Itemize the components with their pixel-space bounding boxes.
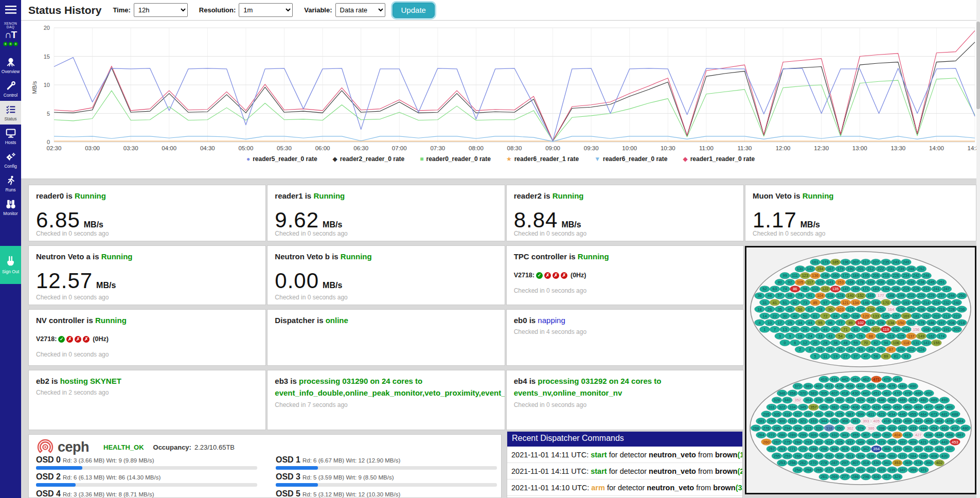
- osd-row-osd-4: OSD 4Rd: 3 (3.36 MB) Wrt: 8 (8.71 MB/s): [36, 489, 257, 498]
- svg-text:39: 39: [813, 327, 817, 332]
- svg-text:341: 341: [884, 460, 890, 465]
- y-tick-label: 5: [47, 111, 50, 117]
- svg-text:171: 171: [863, 287, 869, 291]
- svg-text:57: 57: [778, 293, 782, 298]
- y-axis-label: MB/s: [31, 81, 38, 94]
- osd-name: OSD 0: [36, 455, 61, 464]
- svg-text:62: 62: [793, 300, 797, 305]
- pmt-397: 397: [897, 439, 907, 446]
- pmt-234: 234: [901, 272, 911, 279]
- pmt-300: 300: [777, 418, 787, 424]
- x-tick-label: 11:00: [699, 145, 714, 151]
- status-history-chart: 02:3003:0003:3004:0004:3005:0005:3006:00…: [28, 22, 980, 154]
- pmt-213: 213: [941, 313, 952, 319]
- sidebar-item-runs[interactable]: Runs: [0, 172, 21, 195]
- svg-text:143: 143: [923, 341, 930, 345]
- scrollbar-thumb[interactable]: [976, 22, 980, 109]
- svg-text:453: 453: [952, 440, 958, 444]
- pmt-398: 398: [877, 425, 887, 432]
- pmt-257: 257: [767, 446, 777, 452]
- svg-text:407: 407: [831, 391, 838, 396]
- pmt-432: 432: [929, 439, 939, 446]
- pmt-193: 193: [901, 299, 911, 306]
- pmt-236: 236: [956, 306, 967, 313]
- pmt-96: 96: [841, 313, 851, 319]
- x-tick-label: 03:30: [123, 145, 138, 151]
- plus-dot-icon: +: [13, 42, 18, 46]
- pmt-387: 387: [845, 411, 856, 418]
- svg-text:52: 52: [762, 287, 767, 291]
- page-scrollbar[interactable]: [976, 0, 980, 498]
- card-tpc-controller: TPC controller is RunningV2718:✓✗✗✗(0Hz)…: [506, 245, 744, 305]
- pmt-259: 259: [782, 453, 792, 459]
- svg-text:300: 300: [779, 419, 786, 423]
- hand-victory-icon: [6, 256, 16, 267]
- status-cards-grid: reader0 is Running6.85MB/sChecked in 0 s…: [28, 185, 744, 430]
- topbar: Status History Time: 12h Resolution: 1m …: [21, 0, 980, 21]
- cross-circle-icon: ✗: [544, 272, 551, 279]
- sidebar-item-monitor[interactable]: Monitor: [0, 195, 21, 219]
- svg-text:104: 104: [817, 293, 824, 298]
- pmt-282: 282: [834, 467, 845, 473]
- svg-text:135: 135: [832, 287, 839, 291]
- svg-text:144: 144: [903, 327, 910, 332]
- pmt-99: 99: [780, 272, 790, 279]
- svg-text:105: 105: [797, 280, 804, 284]
- pmt-492: 492: [923, 390, 934, 397]
- resolution-select[interactable]: 1m: [239, 3, 293, 17]
- sign-out-button[interactable]: Sign Out: [0, 246, 21, 284]
- pmt-49: 49: [820, 326, 830, 333]
- pmt-457: 457: [866, 383, 876, 389]
- sidebar-item-status[interactable]: Status: [0, 101, 21, 124]
- pmt-134: 134: [850, 299, 861, 306]
- svg-text:163: 163: [908, 321, 915, 325]
- svg-text:18: 18: [757, 307, 761, 312]
- update-button[interactable]: Update: [393, 3, 435, 18]
- svg-text:59: 59: [853, 341, 858, 345]
- logo-dots: + + +: [3, 42, 18, 46]
- svg-text:260: 260: [763, 440, 770, 444]
- pmt-305: 305: [772, 411, 782, 418]
- menu-toggle-button[interactable]: [0, 0, 21, 20]
- svg-text:269: 269: [831, 474, 838, 479]
- pmt-array-panel: 0123456789101112131415161718192021222324…: [745, 246, 976, 494]
- svg-text:90: 90: [828, 307, 832, 312]
- svg-text:193: 193: [903, 300, 910, 305]
- card-status: Running: [101, 252, 133, 261]
- cross-circle-icon: ✗: [553, 272, 559, 279]
- svg-text:194: 194: [883, 287, 889, 291]
- sidebar-item-config[interactable]: Config: [0, 148, 21, 172]
- legend-label: reader6_reader_1 rate: [514, 155, 579, 163]
- svg-text:265: 265: [815, 468, 822, 472]
- svg-text:150: 150: [898, 321, 904, 325]
- card-title-text: reader1 is: [275, 191, 313, 200]
- svg-text:108: 108: [852, 314, 859, 318]
- sidebar-item-control[interactable]: Control: [0, 77, 21, 101]
- x-tick-label: 13:30: [890, 145, 905, 151]
- svg-text:254: 254: [794, 468, 801, 472]
- pmt-368: 368: [840, 418, 850, 424]
- pmt-192: 192: [921, 313, 932, 319]
- pmt-167: 167: [825, 265, 835, 272]
- svg-text:422: 422: [899, 426, 906, 431]
- legend-item-reader1_reader_0[interactable]: ◆reader1_reader_0 rate: [683, 155, 755, 163]
- pmt-405: 405: [871, 418, 882, 424]
- svg-text:235: 235: [883, 260, 889, 264]
- sidebar-item-overview[interactable]: Overview: [0, 54, 21, 77]
- sidebar-item-hosts[interactable]: Hosts: [0, 124, 21, 148]
- legend-item-reader5_reader_0[interactable]: ●reader5_reader_0 rate: [246, 155, 317, 163]
- pmt-187: 187: [906, 306, 916, 313]
- time-select[interactable]: 12h: [134, 3, 188, 17]
- svg-text:360: 360: [889, 454, 896, 458]
- legend-item-reader2_reader_0[interactable]: ◆reader2_reader_0 rate: [333, 155, 405, 163]
- legend-item-reader6_reader_1[interactable]: ★reader6_reader_1 rate: [506, 155, 579, 163]
- pmt-370: 370: [798, 390, 808, 397]
- pmt-381: 381: [850, 418, 861, 424]
- pmt-451: 451: [871, 390, 882, 397]
- legend-item-reader0_reader_0[interactable]: ■reader0_reader_0 rate: [420, 155, 491, 163]
- legend-item-reader6_reader_0[interactable]: ▼reader6_reader_0 rate: [594, 155, 667, 163]
- svg-text:198: 198: [918, 307, 925, 312]
- pmt-232: 232: [941, 299, 952, 306]
- variable-select[interactable]: Data rate: [335, 3, 385, 17]
- osd-progress-track: [276, 483, 497, 487]
